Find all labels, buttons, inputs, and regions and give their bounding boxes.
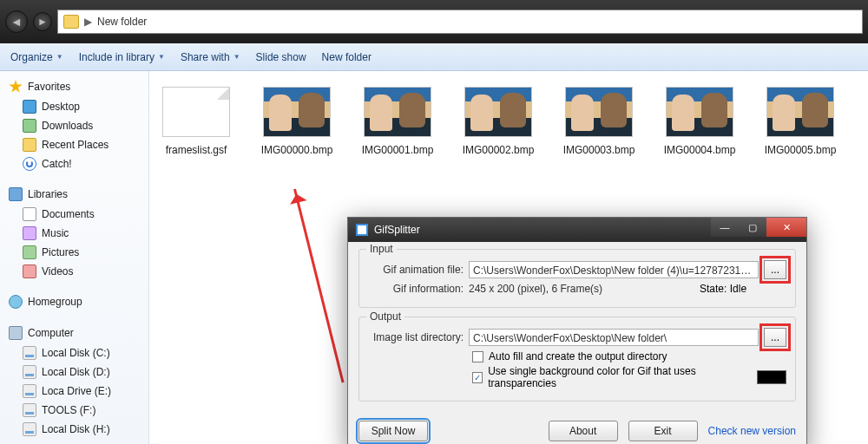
image-thumbnail <box>666 87 733 137</box>
image-thumbnail <box>263 87 331 137</box>
sidebar-item-documents[interactable]: Documents <box>3 205 145 224</box>
output-dir-label: Image list directory: <box>368 331 464 343</box>
input-group: Input Gif animation file: C:\Users\Wonde… <box>358 249 796 308</box>
desktop-icon <box>23 100 36 114</box>
downloads-icon <box>23 119 36 133</box>
sidebar-libraries-header[interactable]: Libraries <box>3 184 145 205</box>
breadcrumb-current: New folder <box>97 16 147 28</box>
file-item[interactable]: IMG00002.bmp <box>460 87 536 156</box>
autofill-checkbox-row[interactable]: Auto fill and create the output director… <box>472 350 786 362</box>
videos-icon <box>23 264 36 278</box>
drive-icon <box>23 403 36 417</box>
homegroup-icon <box>9 295 23 309</box>
sidebar-drive-c[interactable]: Local Disk (C:) <box>3 343 145 362</box>
input-legend: Input <box>366 243 397 255</box>
nav-back-button[interactable]: ◄ <box>5 10 28 33</box>
bgcolor-swatch[interactable] <box>757 370 786 384</box>
sidebar-computer-header[interactable]: Computer <box>3 323 145 343</box>
file-item[interactable]: IMG00003.bmp <box>561 87 637 156</box>
image-thumbnail <box>565 87 633 137</box>
file-item[interactable]: IMG00004.bmp <box>661 87 738 156</box>
star-icon <box>9 80 23 94</box>
toolbar-include-library[interactable]: Include in library▼ <box>79 51 165 63</box>
sidebar-drive-f[interactable]: TOOLS (F:) <box>3 401 145 420</box>
sidebar-favorites-header[interactable]: Favorites <box>3 76 145 97</box>
dialog-titlebar[interactable]: GifSplitter ― ▢ ✕ <box>348 218 806 242</box>
file-item[interactable]: frameslist.gsf <box>158 87 234 156</box>
explorer-toolbar: Organize▼ Include in library▼ Share with… <box>0 43 868 71</box>
drive-icon <box>23 346 36 360</box>
file-name: IMG00004.bmp <box>661 144 738 156</box>
checkbox-icon[interactable]: ✓ <box>472 372 483 383</box>
input-file-field[interactable]: C:\Users\WonderFox\Desktop\New folder (4… <box>469 261 759 278</box>
window-controls: ― ▢ ✕ <box>711 218 806 242</box>
nav-forward-button[interactable]: ► <box>33 12 52 31</box>
drive-icon <box>23 384 36 398</box>
computer-icon <box>9 326 23 340</box>
file-item[interactable]: IMG00005.bmp <box>762 87 838 156</box>
about-button[interactable]: About <box>549 421 618 441</box>
sidebar-item-pictures[interactable]: Pictures <box>3 243 145 262</box>
recent-icon <box>23 138 36 152</box>
maximize-button[interactable]: ▢ <box>739 218 766 237</box>
input-browse-button[interactable]: ... <box>764 260 786 279</box>
sidebar-item-music[interactable]: Music <box>3 224 145 243</box>
gifsplitter-dialog: GifSplitter ― ▢ ✕ Input Gif animation fi… <box>347 217 807 444</box>
file-name: IMG00005.bmp <box>762 144 838 156</box>
file-document-icon <box>162 87 230 137</box>
dialog-title: GifSplitter <box>374 224 420 236</box>
output-browse-button[interactable]: ... <box>764 328 786 347</box>
bgcolor-checkbox-row[interactable]: ✓ Use single background color for Gif th… <box>472 365 786 389</box>
close-button[interactable]: ✕ <box>766 218 806 237</box>
image-thumbnail <box>464 87 532 137</box>
output-dir-field[interactable]: C:\Users\WonderFox\Desktop\New folder\ <box>469 329 759 346</box>
check-version-link[interactable]: Check new version <box>708 425 796 437</box>
sidebar-drive-d[interactable]: Local Disk (D:) <box>3 362 145 382</box>
input-file-label: Gif animation file: <box>368 264 464 276</box>
sidebar-item-catch[interactable]: Catch! <box>3 154 145 173</box>
input-info-value: 245 x 200 (pixel), 6 Frame(s) <box>469 283 694 295</box>
image-thumbnail <box>766 87 834 137</box>
output-legend: Output <box>366 310 404 323</box>
state-label: State: Idle <box>700 283 786 295</box>
catch-icon <box>23 157 36 171</box>
sidebar-item-videos[interactable]: Videos <box>3 262 145 281</box>
sidebar-item-recent[interactable]: Recent Places <box>3 135 145 154</box>
toolbar-organize[interactable]: Organize▼ <box>10 51 63 63</box>
sidebar-item-desktop[interactable]: Desktop <box>3 97 145 116</box>
toolbar-slideshow[interactable]: Slide show <box>256 51 306 63</box>
breadcrumb-separator: ▶ <box>84 16 92 28</box>
exit-button[interactable]: Exit <box>628 421 698 441</box>
file-name: IMG00002.bmp <box>460 144 536 156</box>
sidebar-homegroup[interactable]: Homegroup <box>3 291 145 312</box>
svg-rect-1 <box>358 225 366 234</box>
window-titlebar: ◄ ► ▶ New folder <box>0 0 868 43</box>
file-item[interactable]: IMG00001.bmp <box>359 87 436 156</box>
dialog-footer: Split Now About Exit Check new version <box>348 421 806 444</box>
drive-icon <box>23 365 36 379</box>
output-group: Output Image list directory: C:\Users\Wo… <box>358 317 796 402</box>
file-name: IMG00000.bmp <box>259 144 335 156</box>
documents-icon <box>23 207 36 221</box>
autofill-label: Auto fill and create the output director… <box>489 350 667 362</box>
breadcrumb[interactable]: ▶ New folder <box>57 10 863 34</box>
drive-icon <box>23 422 36 436</box>
file-item[interactable]: IMG00000.bmp <box>259 87 335 156</box>
sidebar-drive-h[interactable]: Local Disk (H:) <box>3 420 145 439</box>
checkbox-icon[interactable] <box>472 351 483 362</box>
file-name: IMG00003.bmp <box>561 144 637 156</box>
image-thumbnail <box>364 87 431 137</box>
split-now-button[interactable]: Split Now <box>358 421 428 441</box>
minimize-button[interactable]: ― <box>711 218 739 237</box>
sidebar-item-downloads[interactable]: Downloads <box>3 116 145 135</box>
toolbar-new-folder[interactable]: New folder <box>322 51 372 63</box>
libraries-icon <box>9 187 23 201</box>
file-name: IMG00001.bmp <box>359 144 436 156</box>
sidebar-nav: Favorites Desktop Downloads Recent Place… <box>0 71 149 444</box>
music-icon <box>23 226 36 240</box>
file-name: frameslist.gsf <box>158 144 234 156</box>
folder-icon <box>63 15 79 29</box>
pictures-icon <box>23 245 36 259</box>
sidebar-drive-e[interactable]: Loca Drive (E:) <box>3 382 145 401</box>
toolbar-share-with[interactable]: Share with▼ <box>181 51 240 63</box>
